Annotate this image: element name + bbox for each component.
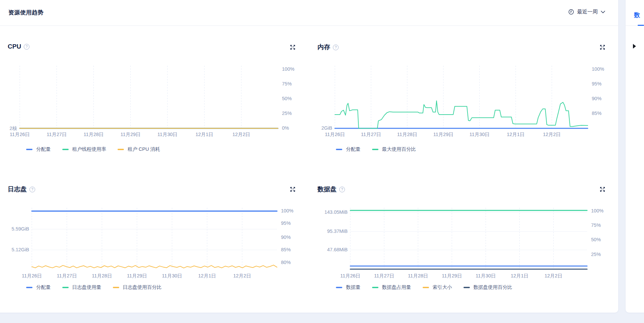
help-icon[interactable]: ?: [339, 187, 345, 192]
x-axis-date-label: 11月29日: [427, 131, 460, 138]
y-axis-right-tick: 90%: [281, 235, 291, 240]
help-icon[interactable]: ?: [24, 44, 29, 50]
expand-icon[interactable]: [290, 44, 296, 50]
x-axis-date-label: 11月27日: [50, 273, 84, 279]
chart-header: 数据盘 ?: [317, 185, 345, 194]
x-axis-date-label: 11月28日: [77, 131, 111, 138]
legend-dash-icon: [118, 149, 124, 150]
time-range-selector[interactable]: 最近一周: [568, 8, 605, 15]
time-range-label: 最近一周: [577, 8, 598, 15]
chart-header: 日志盘 ?: [8, 185, 35, 194]
y-axis-right-tick: 50%: [591, 237, 601, 242]
legend-item-分配量[interactable]: 分配量: [26, 146, 51, 152]
legend-item-数据量[interactable]: 数据量: [336, 284, 361, 290]
cpu-plot-area: [20, 66, 278, 128]
y-axis-right-tick: 100%: [281, 208, 293, 213]
chart-title: 内存: [317, 43, 330, 52]
y-axis-right-tick: 95%: [592, 81, 601, 86]
expand-icon[interactable]: [599, 44, 605, 50]
x-axis-date-label: 11月27日: [40, 131, 73, 138]
x-axis-date-label: 11月26日: [318, 131, 352, 138]
x-axis-date-label: 11月28日: [390, 131, 424, 138]
header-divider: [0, 25, 618, 26]
x-axis-date-label: 12月2日: [535, 131, 569, 138]
chart-title: 数据盘: [317, 185, 337, 194]
legend-item-数据盘使用百分比[interactable]: 数据盘使用百分比: [463, 284, 512, 290]
x-axis-date-label: 11月26日: [334, 273, 367, 279]
legend-item-索引大小[interactable]: 索引大小: [423, 284, 452, 290]
y-axis-right-tick: 95%: [281, 220, 291, 226]
series-line-日志盘使用百分比: [32, 265, 277, 268]
chart-legend: 数据量数据盘占用量索引大小数据盘使用百分比: [336, 284, 512, 290]
chart-panel-logdisk: 日志盘 ? 5.59GiB5.12GiB100%95%90%85%80%11月2…: [8, 181, 302, 308]
chart-title: CPU: [8, 43, 21, 50]
x-axis-date-label: 12月2日: [537, 273, 570, 279]
legend-item-租户线程使用率[interactable]: 租户线程使用率: [62, 146, 106, 152]
y-axis-right-tick: 75%: [591, 222, 601, 228]
y-axis-right-tick: 75%: [282, 81, 292, 86]
chart-legend: 分配量日志盘使用量日志盘使用百分比: [26, 284, 162, 290]
legend-item-数据盘占用量[interactable]: 数据盘占用量: [372, 284, 411, 290]
y-axis-left-label: 5.12GiB: [12, 247, 29, 252]
help-icon[interactable]: ?: [333, 45, 339, 50]
expand-icon[interactable]: [290, 186, 296, 192]
legend-label: 数据量: [346, 284, 361, 290]
legend-item-日志盘使用百分比[interactable]: 日志盘使用百分比: [113, 284, 162, 290]
legend-label: 分配量: [36, 284, 51, 290]
x-axis-date-label: 12月2日: [225, 131, 258, 138]
x-axis-date-label: 12月1日: [188, 131, 221, 138]
y-axis-right-tick: 100%: [282, 66, 294, 72]
legend-label: 租户线程使用率: [72, 146, 106, 152]
x-axis-date-label: 11月30日: [469, 273, 502, 279]
y-axis-right-tick: 100%: [592, 66, 604, 72]
x-axis-date-label: 11月26日: [3, 131, 37, 138]
y-axis-right-tick: 90%: [592, 96, 601, 101]
legend-dash-icon: [463, 287, 470, 288]
y-axis-left-label: 47.68MiB: [327, 247, 348, 252]
mem-plot-area: [335, 66, 588, 128]
data-plot-area: [350, 208, 587, 270]
x-axis-date-label: 12月1日: [190, 273, 224, 279]
y-axis-left-label: 143.05MiB: [325, 209, 348, 215]
legend-label: 日志盘使用百分比: [123, 284, 162, 290]
side-panel-tab[interactable]: 数: [634, 11, 640, 19]
x-axis-date-label: 11月28日: [401, 273, 435, 279]
y-axis-right-tick: 0%: [282, 125, 289, 131]
legend-label: 索引大小: [433, 284, 452, 290]
chart-panel-memory: 内存 ? 2GiB100%95%90%85%11月26日11月27日11月28日…: [317, 34, 612, 168]
legend-item-最大使用百分比[interactable]: 最大使用百分比: [372, 146, 416, 152]
legend-item-日志盘使用量[interactable]: 日志盘使用量: [62, 284, 101, 290]
y-axis-right-tick: 50%: [282, 96, 292, 101]
x-axis-date-label: 11月30日: [155, 273, 189, 279]
y-axis-right-tick: 25%: [591, 252, 601, 257]
chart-panel-cpu: CPU ? 2核100%75%50%25%0%11月26日11月27日11月28…: [8, 34, 302, 168]
x-axis-date-label: 11月29日: [114, 131, 147, 138]
legend-dash-icon: [336, 149, 342, 150]
collapse-arrow-icon[interactable]: [633, 44, 636, 49]
y-axis-left-label: 95.37MiB: [327, 229, 348, 234]
legend-label: 租户 CPU 消耗: [128, 146, 160, 152]
help-icon[interactable]: ?: [29, 187, 35, 192]
legend-item-分配量[interactable]: 分配量: [336, 146, 361, 152]
x-axis-date-label: 11月29日: [435, 273, 469, 279]
legend-label: 最大使用百分比: [382, 146, 416, 152]
y-axis-right-tick: 85%: [281, 247, 291, 252]
chevron-down-icon: [601, 11, 605, 13]
x-axis-date-label: 12月1日: [499, 131, 532, 138]
y-axis-left-label: 2核: [9, 125, 17, 132]
legend-dash-icon: [372, 287, 378, 288]
clock-icon: [568, 9, 574, 15]
chart-panel-datadisk: 数据盘 ? 143.05MiB95.37MiB47.68MiB100%75%50…: [317, 181, 612, 308]
legend-dash-icon: [336, 287, 342, 288]
legend-item-分配量[interactable]: 分配量: [26, 284, 51, 290]
legend-item-租户 CPU 消耗[interactable]: 租户 CPU 消耗: [118, 146, 160, 152]
x-axis-date-label: 11月27日: [367, 273, 401, 279]
x-axis-date-label: 11月28日: [85, 273, 119, 279]
legend-dash-icon: [26, 287, 32, 288]
x-axis-date-label: 12月1日: [503, 273, 536, 279]
expand-icon[interactable]: [599, 186, 605, 192]
x-axis-date-label: 11月26日: [15, 273, 49, 279]
x-axis-date-label: 11月29日: [120, 273, 154, 279]
legend-label: 日志盘使用量: [72, 284, 101, 290]
legend-dash-icon: [372, 149, 378, 150]
